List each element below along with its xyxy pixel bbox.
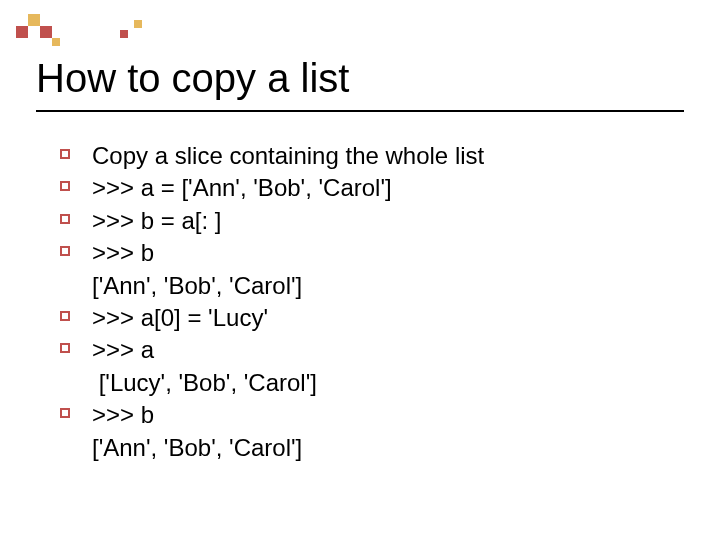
bullet-text: >>> b — [92, 237, 680, 269]
bullet-text: >>> a = ['Ann', 'Bob', 'Carol'] — [92, 172, 680, 204]
bullet-item: >>> a[0] = 'Lucy' — [60, 302, 680, 334]
bullet-continuation: ['Ann', 'Bob', 'Carol'] — [92, 270, 680, 302]
slide-title: How to copy a list — [36, 56, 349, 101]
bullet-icon — [60, 181, 78, 199]
bullet-icon — [60, 214, 78, 232]
bullet-continuation: ['Lucy', 'Bob', 'Carol'] — [92, 367, 680, 399]
bullet-text: >>> b = a[: ] — [92, 205, 680, 237]
slide-corner-decoration — [10, 8, 170, 48]
bullet-text: >>> a — [92, 334, 680, 366]
bullet-item: >>> b — [60, 237, 680, 269]
bullet-item: >>> b — [60, 399, 680, 431]
bullet-text: >>> b — [92, 399, 680, 431]
bullet-text: Copy a slice containing the whole list — [92, 140, 680, 172]
bullet-continuation: ['Ann', 'Bob', 'Carol'] — [92, 432, 680, 464]
bullet-text: >>> a[0] = 'Lucy' — [92, 302, 680, 334]
slide-body: Copy a slice containing the whole list >… — [60, 140, 680, 464]
bullet-item: >>> a — [60, 334, 680, 366]
title-underline — [36, 110, 684, 112]
bullet-icon — [60, 311, 78, 329]
bullet-item: >>> a = ['Ann', 'Bob', 'Carol'] — [60, 172, 680, 204]
bullet-icon — [60, 343, 78, 361]
bullet-item: >>> b = a[: ] — [60, 205, 680, 237]
bullet-icon — [60, 408, 78, 426]
bullet-item: Copy a slice containing the whole list — [60, 140, 680, 172]
bullet-icon — [60, 149, 78, 167]
bullet-icon — [60, 246, 78, 264]
